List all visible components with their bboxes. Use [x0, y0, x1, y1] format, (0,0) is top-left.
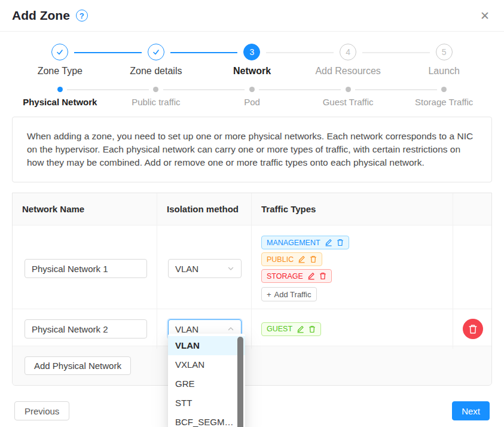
row-actions-cell [453, 309, 493, 349]
chevron-down-icon [227, 265, 234, 272]
delete-network-button[interactable] [463, 319, 483, 339]
delete-icon[interactable] [319, 272, 326, 280]
step-label: Zone Type [38, 66, 83, 77]
step-launch[interactable]: 5 Launch [396, 44, 492, 77]
traffic-tag-storage: STORAGE [261, 269, 332, 283]
select-value: VLAN [175, 324, 198, 334]
delete-icon[interactable] [337, 239, 344, 246]
dropdown-option-vxlan[interactable]: VXLAN [168, 355, 245, 374]
traffic-tag-guest: GUEST [261, 322, 321, 336]
plus-icon: + [267, 290, 271, 299]
traffic-types-cell: MANAGEMENT PUBLIC STORAGE [252, 225, 453, 312]
check-icon [51, 44, 68, 60]
traffic-tag-public: PUBLIC [261, 252, 322, 266]
network-name-cell [13, 309, 157, 349]
column-header-actions [453, 193, 491, 225]
edit-icon[interactable] [298, 255, 306, 263]
tag-label: MANAGEMENT [267, 239, 320, 247]
table-header-row: Network Name Isolation method Traffic Ty… [13, 193, 491, 225]
previous-button[interactable]: Previous [14, 401, 69, 420]
step-number: 5 [436, 44, 453, 60]
page-title: Add Zone [12, 8, 70, 23]
trash-icon [468, 324, 478, 334]
add-physical-network-button[interactable]: Add Physical Network [25, 356, 131, 375]
edit-icon[interactable] [325, 239, 332, 246]
column-header-traffic-types: Traffic Types [252, 193, 453, 225]
physical-networks-table: Network Name Isolation method Traffic Ty… [12, 193, 492, 386]
table-footer: Add Physical Network [13, 346, 491, 385]
delete-icon[interactable] [310, 255, 317, 263]
select-value: VLAN [175, 264, 198, 274]
add-traffic-label: Add Traffic [274, 290, 311, 299]
isolation-method-select[interactable]: VLAN [168, 259, 242, 278]
step-zone-type[interactable]: Zone Type [12, 44, 108, 77]
step-dot [441, 87, 447, 92]
add-traffic-button[interactable]: + Add Traffic [261, 287, 317, 301]
step-dot [346, 87, 351, 92]
edit-icon[interactable] [297, 325, 304, 333]
step-label: Add Resources [315, 66, 380, 77]
step-number: 3 [243, 44, 260, 60]
isolation-method-cell: VLAN [157, 225, 252, 312]
tag-label: GUEST [267, 325, 292, 333]
step-dot [57, 87, 63, 92]
row-actions-cell [453, 225, 491, 312]
step-number: 4 [340, 44, 356, 60]
step-label: Zone details [130, 66, 182, 77]
tag-label: STORAGE [267, 272, 303, 280]
network-substepper: Physical Network Public traffic Pod Gues… [12, 85, 492, 107]
info-box: When adding a zone, you need to set up o… [12, 117, 492, 182]
help-icon[interactable]: ? [76, 10, 88, 22]
step-network[interactable]: 3 Network [204, 44, 300, 77]
step-zone-details[interactable]: Zone details [108, 44, 204, 77]
edit-icon[interactable] [307, 272, 315, 280]
dropdown-option-gre[interactable]: GRE [168, 374, 245, 394]
dropdown-scrollbar[interactable] [237, 337, 243, 427]
substep-label: Pod [244, 97, 260, 107]
tag-label: PUBLIC [267, 255, 294, 264]
isolation-method-dropdown: VLAN VXLAN GRE STT BCF_SEGM… [168, 334, 245, 427]
substep-label: Public traffic [132, 97, 180, 107]
wizard-footer: Previous Next [14, 401, 490, 420]
modal-header: Add Zone ? ✕ [0, 0, 504, 32]
step-label: Network [233, 66, 271, 77]
substep-label: Guest Traffic [323, 97, 374, 107]
traffic-tag-management: MANAGEMENT [261, 236, 349, 249]
table-row: VLAN GUEST [13, 309, 491, 346]
substep-label: Storage Traffic [415, 97, 473, 107]
next-button[interactable]: Next [452, 401, 490, 420]
traffic-types-cell: GUEST [252, 309, 453, 349]
column-header-isolation-method: Isolation method [157, 193, 252, 225]
check-icon [148, 44, 164, 60]
chevron-up-icon [227, 325, 234, 333]
close-icon[interactable]: ✕ [480, 10, 490, 22]
network-name-cell [13, 225, 157, 312]
network-name-input[interactable] [25, 259, 147, 278]
step-label: Launch [428, 66, 460, 77]
substep-label: Physical Network [23, 97, 97, 107]
table-row: VLAN MANAGEMENT PUBLIC [13, 225, 491, 309]
dropdown-option-bcf-segment[interactable]: BCF_SEGM… [168, 413, 245, 427]
step-dot [249, 87, 255, 92]
network-name-input[interactable] [25, 319, 147, 338]
dropdown-option-vlan[interactable]: VLAN [168, 336, 245, 355]
step-add-resources[interactable]: 4 Add Resources [300, 44, 396, 77]
dropdown-option-stt[interactable]: STT [168, 394, 245, 413]
substep-physical-network[interactable]: Physical Network [12, 85, 108, 107]
column-header-network-name: Network Name [13, 193, 157, 225]
info-text: When adding a zone, you need to set up o… [27, 131, 473, 167]
delete-icon[interactable] [308, 325, 316, 333]
wizard-stepper: Zone Type Zone details 3 Network 4 Add R… [12, 44, 492, 77]
step-dot [153, 87, 158, 92]
